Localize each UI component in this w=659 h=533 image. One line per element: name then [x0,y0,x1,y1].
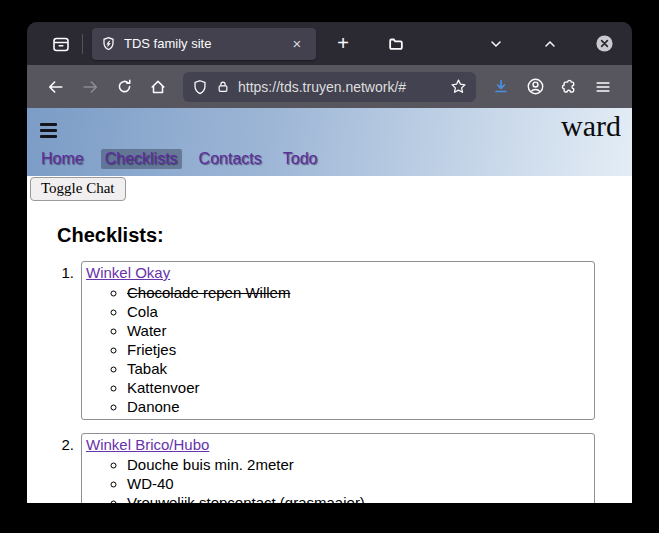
browser-tab[interactable]: TDS family site × [92,28,316,60]
checklist-item: Tabak [127,359,590,378]
url-bar[interactable]: https://tds.truyen.network/# [183,72,476,102]
site-brand-username: ward [561,109,621,143]
chevron-up-icon[interactable] [536,30,564,58]
toggle-chat-button[interactable]: Toggle Chat [30,177,126,201]
downloads-icon[interactable] [486,72,516,102]
checklist-box: Winkel Brico/Hubo Douche buis min. 2mete… [81,433,595,503]
page-title: Checklists: [57,224,632,247]
site-nav-link-checklists[interactable]: Checklists [101,149,182,169]
checklist-box: Winkel Okay Chocolade repen Willem Cola … [81,261,595,420]
forward-icon[interactable] [75,72,105,102]
lock-icon [216,79,230,94]
chevron-down-icon[interactable] [482,30,510,58]
checklist-items: Douche buis min. 2meter WD-40 Vrouwelijk… [86,455,590,503]
tab-bar: TDS family site × + [27,22,632,65]
navigation-toolbar: https://tds.truyen.network/# [27,65,632,108]
checklist-title-link[interactable]: Winkel Brico/Hubo [86,436,209,453]
checklist-row: 1. Winkel Okay Chocolade repen Willem Co… [27,261,632,420]
site-nav: Home Checklists Contacts Todo [37,149,321,169]
url-text[interactable]: https://tds.truyen.network/# [238,79,442,95]
bookmark-star-icon[interactable] [450,78,467,95]
site-header: ward Home Checklists Contacts Todo [27,108,632,176]
checklist-item: WD-40 [127,474,590,493]
tabbar-separator [82,34,83,54]
browser-window: TDS family site × + [27,22,632,503]
checklist-item: Danone [127,397,590,416]
window-overview-icon[interactable] [382,30,410,58]
checklist-number: 1. [27,261,81,420]
site-nav-link-contacts[interactable]: Contacts [195,149,266,169]
checklist-item: Kattenvoer [127,378,590,397]
checklist-item: Frietjes [127,340,590,359]
checklist-number: 2. [27,433,81,503]
checklist-items: Chocolade repen Willem Cola Water Frietj… [86,283,590,416]
back-icon[interactable] [41,72,71,102]
new-tab-button[interactable]: + [330,31,356,57]
site-menu-hamburger-icon[interactable] [40,123,57,141]
tab-title: TDS family site [124,36,279,51]
shield-icon[interactable] [192,79,208,95]
account-icon[interactable] [520,72,550,102]
home-icon[interactable] [143,72,173,102]
checklist-item: Chocolade repen Willem [127,283,590,302]
checklist-title-link[interactable]: Winkel Okay [86,264,170,281]
site-nav-link-home[interactable]: Home [37,149,88,169]
titlebar-controls [382,30,618,58]
tab-close-icon[interactable]: × [287,34,307,54]
site-nav-link-todo[interactable]: Todo [279,149,322,169]
screen-background: TDS family site × + [0,0,659,533]
checklist-item: Water [127,321,590,340]
site-favicon-shield-icon [101,36,116,51]
app-menu-hamburger-icon[interactable] [588,72,618,102]
page-content: ward Home Checklists Contacts Todo Toggl… [27,108,632,503]
extensions-puzzle-icon[interactable] [554,72,584,102]
firefox-view-icon[interactable] [47,30,75,58]
checklists-container: 1. Winkel Okay Chocolade repen Willem Co… [27,261,632,503]
window-close-icon[interactable] [590,30,618,58]
checklist-item: Douche buis min. 2meter [127,455,590,474]
checklist-row: 2. Winkel Brico/Hubo Douche buis min. 2m… [27,433,632,503]
reload-icon[interactable] [109,72,139,102]
checklist-item: Vrouwelijk stopcontact (grasmaaier) [127,493,590,503]
checklist-item: Cola [127,302,590,321]
